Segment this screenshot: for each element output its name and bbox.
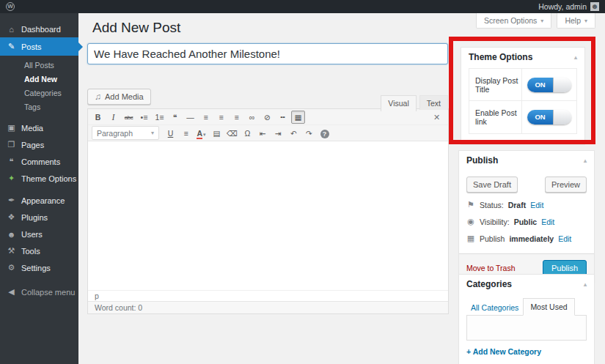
horizontal-rule-button[interactable]: —: [183, 111, 197, 124]
posts-submenu: All Posts Add New Categories Tags: [0, 56, 78, 119]
categories-tabs: All Categories Most Used: [466, 298, 587, 316]
pin-icon: ⚑: [466, 200, 475, 209]
chevron-down-icon: ▾: [540, 18, 543, 24]
sidebar-collapse-menu[interactable]: ◀ Collapse menu: [0, 283, 78, 300]
sidebar-item-plugins[interactable]: ❖ Plugins: [0, 209, 78, 226]
fullscreen-button[interactable]: ✕: [430, 111, 444, 124]
blockquote-button[interactable]: ❝: [168, 111, 182, 124]
theme-options-header[interactable]: Theme Options ▴: [461, 48, 584, 67]
redo-button[interactable]: ↷: [302, 127, 316, 140]
question-icon: ?: [320, 130, 329, 138]
sidebar-item-comments[interactable]: ❝ Comments: [0, 153, 78, 170]
text-color-button[interactable]: A▾: [194, 127, 208, 140]
editor-element-path[interactable]: p: [88, 290, 448, 301]
submenu-categories[interactable]: Categories: [0, 86, 78, 100]
editor-content-area[interactable]: [88, 141, 448, 290]
post-title-input[interactable]: [87, 43, 448, 64]
enable-post-link-toggle[interactable]: ON: [522, 101, 576, 133]
tools-icon: ⚒: [7, 246, 16, 256]
align-right-button[interactable]: ≡: [230, 111, 243, 124]
sidebar-item-posts[interactable]: ✎ Posts: [0, 37, 78, 56]
categories-header[interactable]: Categories ▴: [459, 275, 594, 294]
display-post-title-toggle[interactable]: ON: [522, 69, 576, 100]
submenu-tags[interactable]: Tags: [0, 100, 78, 114]
option-row-enable-post-link: Enable Post link ON: [469, 101, 576, 133]
media-icon: ♫: [95, 92, 101, 102]
add-media-button[interactable]: ♫ Add Media: [87, 89, 151, 105]
special-character-button[interactable]: Ω: [241, 127, 254, 140]
tab-text[interactable]: Text: [419, 95, 448, 110]
editor-toolbar-row2: Paragraph ▾ U ≡ A▾ ▤ ⌫ Ω ⇤ ⇥ ↶ ↷ ?: [88, 125, 448, 141]
edit-visibility-link[interactable]: Edit: [541, 218, 554, 226]
schedule-row: ▦ Publish immediately Edit: [466, 234, 587, 243]
tab-all-categories[interactable]: All Categories: [466, 300, 523, 316]
sidebar-item-dashboard[interactable]: ⌂ Dashboard: [0, 21, 78, 37]
bulleted-list-button[interactable]: •≡: [137, 111, 151, 124]
tab-visual[interactable]: Visual: [381, 95, 416, 111]
collapse-arrow-icon: ◀: [7, 287, 16, 297]
align-center-button[interactable]: ≡: [214, 111, 228, 124]
tab-most-used[interactable]: Most Used: [523, 298, 574, 316]
underline-button[interactable]: U: [164, 127, 177, 140]
word-count: Word count: 0: [88, 301, 448, 313]
publish-header[interactable]: Publish ▴: [459, 151, 594, 170]
chevron-down-icon: ▾: [151, 130, 154, 136]
collapse-icon[interactable]: ▴: [574, 54, 577, 61]
unlink-button[interactable]: ⊘: [260, 111, 274, 124]
help-button-editor[interactable]: ?: [318, 127, 331, 140]
numbered-list-button[interactable]: 1≡: [153, 111, 166, 124]
indent-button[interactable]: ⇥: [271, 127, 285, 140]
collapse-icon[interactable]: ▴: [584, 157, 587, 164]
chevron-down-icon: ▾: [584, 18, 587, 24]
justify-button[interactable]: ≡: [179, 127, 193, 140]
sidebar-item-settings[interactable]: ⚙ Settings: [0, 259, 78, 276]
more-tag-button[interactable]: ╍: [276, 111, 290, 124]
align-left-button[interactable]: ≡: [199, 111, 213, 124]
appearance-icon: ✒: [7, 196, 16, 205]
posts-icon: ✎: [7, 42, 16, 51]
wordpress-logo-icon[interactable]: W: [6, 2, 15, 11]
toggle-knob: [553, 110, 571, 125]
media-icon: ▣: [7, 123, 16, 133]
paragraph-select[interactable]: Paragraph ▾: [92, 126, 159, 140]
clear-formatting-button[interactable]: ⌫: [225, 127, 239, 140]
italic-button[interactable]: I: [106, 111, 120, 124]
collapse-icon[interactable]: ▴: [584, 281, 587, 288]
avatar[interactable]: ☻: [590, 2, 599, 11]
screen-options-button[interactable]: Screen Options ▾: [476, 13, 551, 29]
users-icon: ☻: [7, 230, 16, 239]
outdent-button[interactable]: ⇤: [256, 127, 270, 140]
admin-bar-account[interactable]: Howdy, admin ☻: [538, 2, 599, 11]
sidebar-item-users[interactable]: ☻ Users: [0, 226, 78, 242]
submenu-all-posts[interactable]: All Posts: [0, 59, 78, 73]
editor-mode-tabs: Visual Text: [378, 95, 448, 110]
option-row-display-post-title: Display Post Title ON: [469, 69, 576, 101]
sidebar-item-tools[interactable]: ⚒ Tools: [0, 242, 78, 259]
bold-button[interactable]: B: [91, 111, 105, 124]
post-editor: B I abc •≡ 1≡ ❝ — ≡ ≡ ≡ ∞ ⊘ ╍ ▦ ✕ Paragr…: [87, 108, 449, 314]
paste-as-text-button[interactable]: ▤: [210, 127, 224, 140]
undo-button[interactable]: ↶: [287, 127, 301, 140]
sidebar-item-appearance[interactable]: ✒ Appearance: [0, 192, 78, 209]
strikethrough-button[interactable]: abc: [122, 111, 136, 124]
status-row: ⚑ Status: Draft Edit: [466, 200, 587, 209]
sidebar-item-theme-options[interactable]: ✦ Theme Options: [0, 170, 78, 187]
save-draft-button[interactable]: Save Draft: [466, 177, 518, 193]
link-button[interactable]: ∞: [245, 111, 259, 124]
help-button[interactable]: Help ▾: [557, 13, 595, 29]
plugins-icon: ❖: [7, 212, 16, 222]
sidebar-item-pages[interactable]: ❐ Pages: [0, 136, 78, 153]
edit-schedule-link[interactable]: Edit: [558, 234, 571, 243]
add-new-category-link[interactable]: + Add New Category: [466, 347, 541, 356]
move-to-trash-link[interactable]: Move to Trash: [466, 264, 516, 272]
toggle-knob: [553, 78, 571, 92]
edit-status-link[interactable]: Edit: [530, 201, 543, 209]
categories-list-panel[interactable]: [466, 315, 587, 341]
toolbar-toggle-button[interactable]: ▦: [291, 111, 305, 124]
submenu-add-new[interactable]: Add New: [0, 73, 78, 86]
calendar-icon: ▦: [466, 234, 475, 243]
sidebar-item-media[interactable]: ▣ Media: [0, 119, 78, 136]
dashboard-icon: ⌂: [7, 25, 16, 34]
editor-toolbar-row1: B I abc •≡ 1≡ ❝ — ≡ ≡ ≡ ∞ ⊘ ╍ ▦ ✕: [88, 109, 448, 125]
preview-button[interactable]: Preview: [545, 177, 587, 193]
